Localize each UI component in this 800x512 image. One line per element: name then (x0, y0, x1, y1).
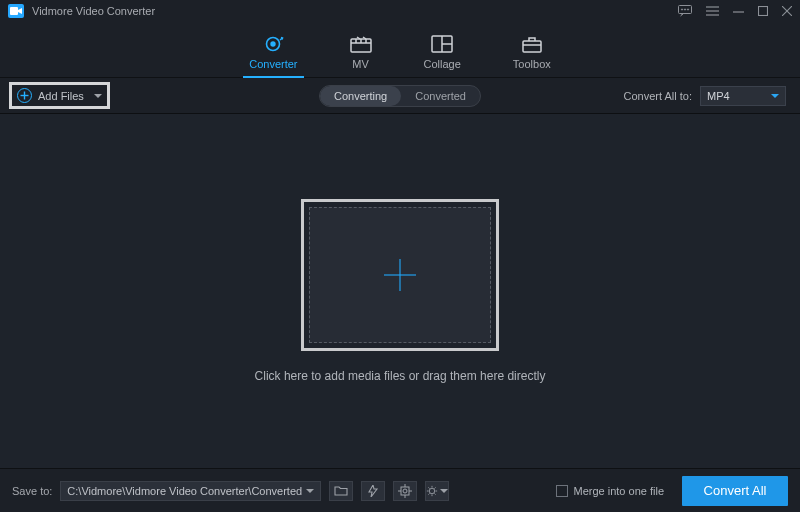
merge-label: Merge into one file (574, 485, 665, 497)
add-files-highlight: Add Files (9, 82, 110, 109)
main-area: Click here to add media files or drag th… (0, 114, 800, 468)
convert-all-to: Convert All to: MP4 (624, 86, 786, 106)
mode-tabs: Converter MV Collage Toolbox (0, 22, 800, 78)
speed-button[interactable] (361, 481, 385, 501)
svg-rect-22 (523, 41, 541, 52)
tab-label: Toolbox (513, 58, 551, 70)
add-files-label: Add Files (38, 90, 84, 102)
gpu-button[interactable] (393, 481, 417, 501)
lightning-icon (366, 485, 380, 497)
save-path-select[interactable]: C:\Vidmore\Vidmore Video Converter\Conve… (60, 481, 321, 501)
chip-icon (398, 484, 412, 498)
svg-point-29 (403, 489, 407, 493)
svg-rect-9 (759, 7, 768, 16)
bottom-bar: Save to: C:\Vidmore\Vidmore Video Conver… (0, 468, 800, 512)
seg-converting[interactable]: Converting (320, 86, 401, 106)
checkbox-icon (556, 485, 568, 497)
app-title: Vidmore Video Converter (32, 5, 155, 17)
tab-mv[interactable]: MV (350, 34, 372, 77)
subbar: Add Files Converting Converted Convert A… (0, 78, 800, 114)
plus-icon (380, 255, 420, 295)
app-window: Vidmore Video Converter Converter MV (0, 0, 800, 512)
window-controls (678, 5, 792, 17)
merge-checkbox[interactable]: Merge into one file (556, 485, 665, 497)
tab-label: MV (352, 58, 369, 70)
maximize-icon[interactable] (758, 6, 768, 16)
plus-circle-icon (17, 88, 32, 103)
minimize-icon[interactable] (733, 6, 744, 17)
seg-converted[interactable]: Converted (401, 86, 480, 106)
format-value: MP4 (707, 90, 730, 102)
folder-icon (334, 485, 348, 496)
mv-icon (350, 34, 372, 54)
app-logo-icon (8, 4, 24, 18)
chevron-down-icon (306, 489, 314, 493)
converter-icon (262, 34, 284, 54)
tab-label: Converter (249, 58, 297, 70)
close-icon[interactable] (782, 6, 792, 16)
chevron-down-icon (440, 489, 448, 493)
add-files-button[interactable]: Add Files (17, 88, 102, 103)
svg-point-34 (429, 488, 434, 493)
convert-all-to-label: Convert All to: (624, 90, 692, 102)
open-folder-button[interactable] (329, 481, 353, 501)
collage-icon (431, 34, 453, 54)
feedback-icon[interactable] (678, 5, 692, 17)
drop-caption: Click here to add media files or drag th… (255, 369, 546, 383)
svg-point-2 (681, 9, 682, 10)
status-segment: Converting Converted (319, 85, 481, 107)
tab-toolbox[interactable]: Toolbox (513, 34, 551, 77)
tab-converter[interactable]: Converter (249, 34, 297, 77)
toolbox-icon (521, 34, 543, 54)
output-format-select[interactable]: MP4 (700, 86, 786, 106)
chevron-down-icon (94, 94, 102, 98)
convert-all-button[interactable]: Convert All (682, 476, 788, 506)
save-to-label: Save to: (12, 485, 52, 497)
gear-icon (426, 484, 438, 498)
save-path-value: C:\Vidmore\Vidmore Video Converter\Conve… (67, 485, 302, 497)
tab-collage[interactable]: Collage (424, 34, 461, 77)
svg-rect-0 (10, 7, 18, 15)
chevron-down-icon (771, 94, 779, 98)
svg-point-4 (687, 9, 688, 10)
settings-button[interactable] (425, 481, 449, 501)
svg-point-13 (271, 41, 276, 46)
drop-zone[interactable] (309, 207, 491, 343)
menu-icon[interactable] (706, 6, 719, 16)
svg-point-3 (684, 9, 685, 10)
svg-rect-28 (401, 487, 409, 495)
titlebar: Vidmore Video Converter (0, 0, 800, 22)
tab-label: Collage (424, 58, 461, 70)
drop-highlight (301, 199, 499, 351)
